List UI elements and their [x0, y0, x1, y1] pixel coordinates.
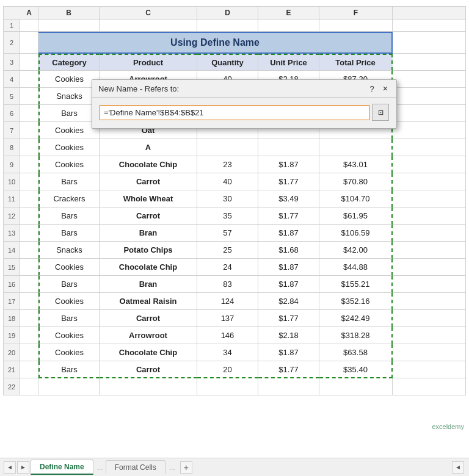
cell-20e-unit-price[interactable]: $1.87	[258, 344, 319, 361]
cell-13a[interactable]	[20, 225, 38, 242]
dialog-close-button[interactable]: ×	[380, 84, 390, 93]
cell-1f[interactable]	[319, 20, 393, 32]
cell-15c-product[interactable]: Chocolate Chip	[100, 259, 197, 276]
cell-16a[interactable]	[20, 276, 38, 293]
cell-22f[interactable]	[319, 378, 393, 395]
cell-20d-quantity[interactable]: 34	[197, 344, 258, 361]
cell-16d-quantity[interactable]: 83	[197, 276, 258, 293]
cell-11e-unit-price[interactable]: $3.49	[258, 190, 319, 207]
cell-17f-total-price[interactable]: $352.16	[319, 293, 393, 310]
cell-19e-unit-price[interactable]: $2.18	[258, 327, 319, 344]
cell-21f-total-price[interactable]: $35.40	[319, 361, 393, 378]
col-header-a[interactable]: A	[20, 6, 38, 20]
cell-1b[interactable]	[38, 20, 100, 32]
cell-14c-product[interactable]: Potato Chips	[100, 242, 197, 259]
tab-nav-left[interactable]: ◄	[4, 461, 16, 474]
cell-14f-total-price[interactable]: $42.00	[319, 242, 393, 259]
cell-11f-total-price[interactable]: $104.70	[319, 190, 393, 207]
cell-17d-quantity[interactable]: 124	[197, 293, 258, 310]
cell-5a[interactable]	[20, 88, 38, 105]
cell-9d-quantity[interactable]: 23	[197, 156, 258, 173]
cell-8e-unit-price[interactable]	[258, 139, 319, 156]
add-sheet-button[interactable]: +	[180, 461, 192, 474]
cell-11d-quantity[interactable]: 30	[197, 190, 258, 207]
cell-15a[interactable]	[20, 259, 38, 276]
col-header-c[interactable]: C	[100, 6, 197, 20]
cell-18e-unit-price[interactable]: $1.77	[258, 310, 319, 327]
header-product[interactable]: Product	[100, 54, 197, 71]
cell-17b-category[interactable]: Cookies	[38, 293, 100, 310]
cell-16e-unit-price[interactable]: $1.87	[258, 276, 319, 293]
formula-collapse-button[interactable]: ⊡	[372, 104, 389, 121]
cell-21c-product[interactable]: Carrot	[100, 361, 197, 378]
cell-11b-category[interactable]: Crackers	[38, 190, 100, 207]
cell-9f-total-price[interactable]: $43.01	[319, 156, 393, 173]
header-total-price[interactable]: Total Price	[319, 54, 393, 71]
cell-17e-unit-price[interactable]: $2.84	[258, 293, 319, 310]
cell-15d-quantity[interactable]: 24	[197, 259, 258, 276]
cell-11c-product[interactable]: Whole Wheat	[100, 190, 197, 207]
cell-14e-unit-price[interactable]: $1.68	[258, 242, 319, 259]
cell-8c-product[interactable]: A	[100, 139, 197, 156]
cell-8f-total-price[interactable]	[319, 139, 393, 156]
cell-16b-category[interactable]: Bars	[38, 276, 100, 293]
cell-20a[interactable]	[20, 344, 38, 361]
dialog-help-button[interactable]: ?	[368, 84, 377, 93]
cell-10c-product[interactable]: Carrot	[100, 173, 197, 190]
cell-12c-product[interactable]: Carrot	[100, 207, 197, 225]
col-header-f[interactable]: F	[319, 6, 393, 20]
cell-19f-total-price[interactable]: $318.28	[319, 327, 393, 344]
cell-9b-category[interactable]: Cookies	[38, 156, 100, 173]
cell-13e-unit-price[interactable]: $1.87	[258, 225, 319, 242]
cell-18c-product[interactable]: Carrot	[100, 310, 197, 327]
col-header-d[interactable]: D	[197, 6, 258, 20]
cell-2a[interactable]	[20, 32, 38, 54]
col-header-b[interactable]: B	[38, 6, 100, 20]
cell-10e-unit-price[interactable]: $1.77	[258, 173, 319, 190]
cell-14a[interactable]	[20, 242, 38, 259]
cell-7b-category[interactable]: Cookies	[38, 122, 100, 139]
cell-12e-unit-price[interactable]: $1.77	[258, 207, 319, 225]
cell-9e-unit-price[interactable]: $1.87	[258, 156, 319, 173]
cell-10b-category[interactable]: Bars	[38, 173, 100, 190]
cell-15b-category[interactable]: Cookies	[38, 259, 100, 276]
cell-13d-quantity[interactable]: 57	[197, 225, 258, 242]
cell-10a[interactable]	[20, 173, 38, 190]
cell-7a[interactable]	[20, 122, 38, 139]
header-category[interactable]: Category	[38, 54, 100, 71]
tab-scroll-right[interactable]: ◄	[452, 461, 464, 474]
cell-13b-category[interactable]: Bars	[38, 225, 100, 242]
cell-21b-category[interactable]: Bars	[38, 361, 100, 378]
sheet-tab-format-cells[interactable]: Format Cells	[106, 460, 165, 474]
header-unit-price[interactable]: Unit Price	[258, 54, 319, 71]
cell-22d[interactable]	[197, 378, 258, 395]
cell-8d-quantity[interactable]	[197, 139, 258, 156]
cell-11a[interactable]	[20, 190, 38, 207]
cell-1a[interactable]	[20, 20, 38, 32]
cell-16f-total-price[interactable]: $155.21	[319, 276, 393, 293]
cell-15e-unit-price[interactable]: $1.87	[258, 259, 319, 276]
cell-18a[interactable]	[20, 310, 38, 327]
cell-12d-quantity[interactable]: 35	[197, 207, 258, 225]
cell-9c-product[interactable]: Chocolate Chip	[100, 156, 197, 173]
cell-19b-category[interactable]: Cookies	[38, 327, 100, 344]
header-quantity[interactable]: Quantity	[197, 54, 258, 71]
cell-6b-category[interactable]: Bars	[38, 105, 100, 122]
cell-16c-product[interactable]: Bran	[100, 276, 197, 293]
cell-13f-total-price[interactable]: $106.59	[319, 225, 393, 242]
formula-input[interactable]	[100, 105, 369, 120]
cell-22e[interactable]	[258, 378, 319, 395]
cell-5b-category[interactable]: Snacks	[38, 88, 100, 105]
cell-13c-product[interactable]: Bran	[100, 225, 197, 242]
cell-12b-category[interactable]: Bars	[38, 207, 100, 225]
cell-21a[interactable]	[20, 361, 38, 378]
cell-22c[interactable]	[100, 378, 197, 395]
cell-14b-category[interactable]: Snacks	[38, 242, 100, 259]
cell-8b-category[interactable]: Cookies	[38, 139, 100, 156]
col-header-e[interactable]: E	[258, 6, 319, 20]
cell-12a[interactable]	[20, 207, 38, 225]
cell-4a[interactable]	[20, 71, 38, 88]
cell-22b[interactable]	[38, 378, 100, 395]
sheet-tab-define-name[interactable]: Define Name	[31, 460, 93, 475]
cell-18b-category[interactable]: Bars	[38, 310, 100, 327]
